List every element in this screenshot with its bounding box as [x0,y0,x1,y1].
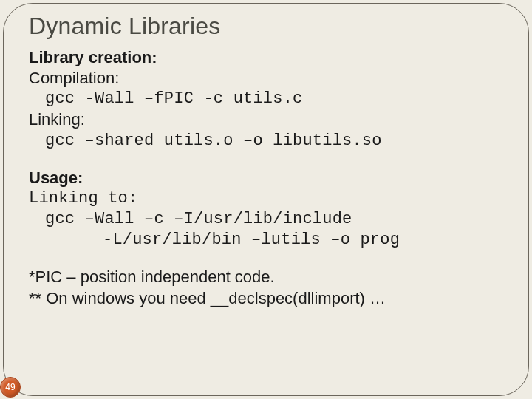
spacer [29,250,503,267]
usage-command-line-2: -L/usr/lib/bin –lutils –o prog [29,230,503,250]
slide-frame: Dynamic Libraries Library creation: Comp… [3,3,529,396]
usage-command-line-1: gcc –Wall –c –I/usr/lib/include [29,209,503,230]
linking-to-label: Linking to: [29,188,503,209]
compilation-label: Compilation: [29,68,503,89]
page-number-badge: 49 [0,377,21,398]
creation-heading: Library creation: [29,47,503,68]
usage-heading: Usage: [29,168,503,188]
footnote-windows: ** On windows you need __declspec(dllimp… [29,288,503,309]
footnote-pic: *PIC – position independent code. [29,267,503,287]
spacer [29,151,503,168]
linking-label: Linking: [29,109,503,130]
slide-title: Dynamic Libraries [29,13,503,40]
compilation-command: gcc -Wall –fPIC -c utils.c [29,89,503,109]
slide-content: Library creation: Compilation: gcc -Wall… [29,47,503,309]
linking-command: gcc –shared utils.o –o libutils.so [29,131,503,151]
